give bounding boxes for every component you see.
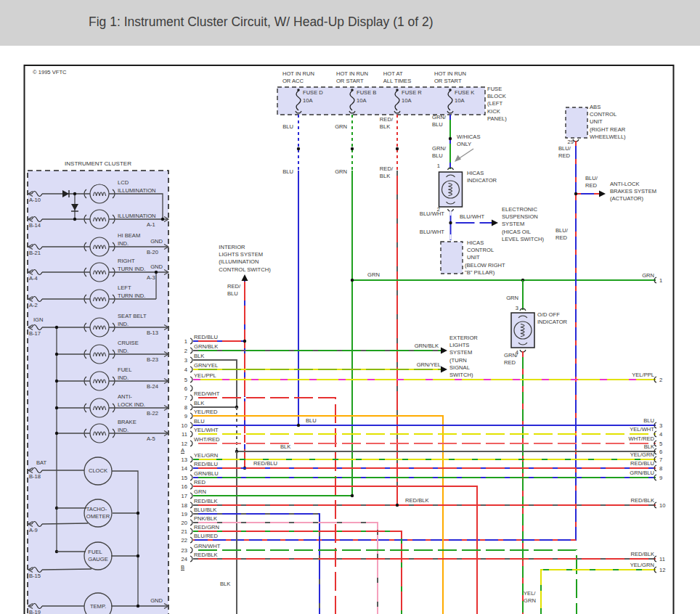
wire-p19-blublk [193,514,320,614]
junction-dot [297,424,300,427]
fuse-top-dot [351,89,354,91]
od-off-indicator-box [511,313,534,348]
wiring-diagram-svg [0,0,700,614]
connector-hook-icon [190,493,192,499]
connector-hook-icon [190,395,192,401]
connector-hook-icon [190,413,192,419]
connector-hook-icon [190,422,192,428]
junction-dot [449,137,452,140]
connector-hook-icon [190,338,192,344]
wire-p3-blk [193,360,237,407]
connector-hook-icon [190,441,192,446]
junction-dot [297,147,300,150]
connector-hook-icon [190,431,192,437]
connector-hook-icon [190,483,192,489]
connector-hook-icon [190,528,192,534]
junction-dot [351,279,354,282]
junction-dot [351,147,354,150]
esp-arrow-icon [492,220,498,226]
wire-yelgrn-bottom-stripe [541,570,656,614]
interior-arrow-icon [242,274,248,281]
wire-p20-pnkblk [193,523,378,614]
fuse-top-dot [449,89,452,91]
connector-hook-icon [190,377,192,382]
connector-hook-icon [190,520,192,525]
connector-hook-icon [190,348,192,353]
junction-dot [137,554,139,557]
junction-dot [243,340,246,343]
abs-arrow-icon [599,191,606,197]
junction-dot [161,218,164,221]
junction-dot [55,353,58,356]
junction-dot [73,218,76,221]
connector-hook-icon [190,556,192,562]
connector-hook-icon [190,367,192,372]
fuse-block-box [277,87,485,115]
connector-hook-icon [190,547,192,553]
junction-dot [155,271,158,274]
hicas-indicator-box [439,172,463,207]
junction-dot [55,432,58,435]
note-arrow-icon [455,155,461,163]
wire-p20-pnkblk-stripe [193,523,378,614]
connector-hook-icon [190,502,192,508]
connector-hook-icon [190,357,192,363]
wire-p21-redgrn [193,531,402,614]
connector-hook-icon [190,537,192,543]
connector-hook-icon [190,511,192,517]
note-arrow-line [458,149,473,159]
wire-p23-grnwht [193,550,577,614]
junction-dot [73,192,76,195]
abs-control-unit-box [566,107,587,138]
hicas-control-unit-box [441,242,463,274]
wire-p23-grnwht-stripe [193,550,577,614]
junction-dot [55,380,58,382]
wire-p9-yelred [193,416,443,614]
junction-dot [396,147,399,150]
junction-dot [574,192,577,195]
junction-dot [137,605,139,607]
junction-dot [55,326,58,329]
connector-hook-icon [190,457,192,462]
wire-p21-redgrn-stripe [193,531,402,614]
connector-hook-icon [190,404,192,410]
exterior-arrow-1-icon [441,348,447,354]
wire-p19-blublk-stripe [193,514,320,614]
connector-hook-icon [190,475,192,480]
exterior-arrow-2-icon [441,367,447,373]
wire-yelgrn-bottom [541,570,656,614]
fuse-top-dot [396,89,399,91]
fuse-top-dot [297,89,300,91]
junction-dot [449,221,452,224]
connector-hook-icon [190,465,192,471]
junction-dot [55,406,58,409]
connector-hook-icon [190,385,192,391]
junction-dot [137,512,139,515]
page: Fig 1: Instrument Cluster Circuit, W/ He… [0,0,700,614]
junction-dot [396,504,399,507]
junction-dot [351,494,354,497]
